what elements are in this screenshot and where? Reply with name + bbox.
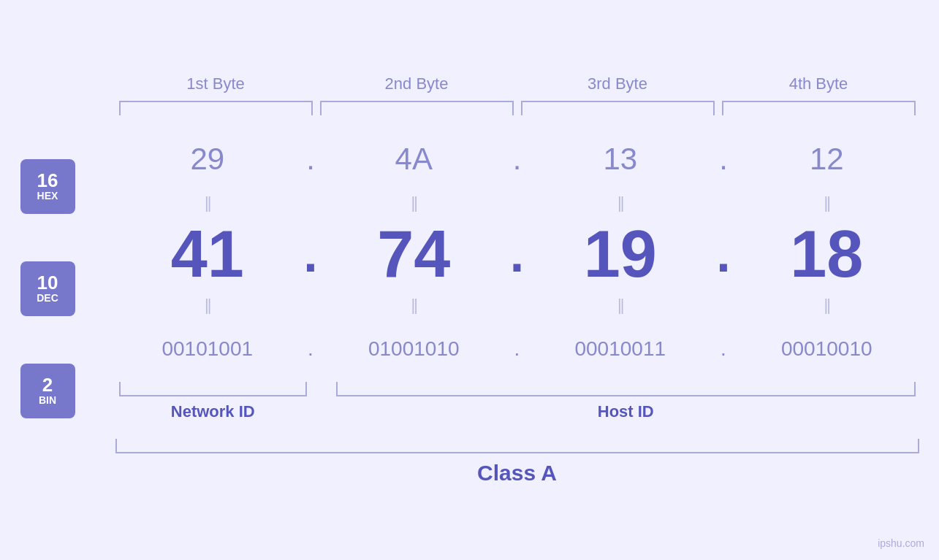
dec-dot-3: . [712, 229, 734, 280]
eq1-4: || [734, 193, 919, 212]
eq1-1: || [115, 193, 300, 212]
bin-base-name: BIN [39, 394, 56, 407]
top-brackets [115, 101, 919, 115]
dec-base-name: DEC [37, 292, 58, 304]
class-label: Class A [115, 461, 919, 486]
byte-header-4: 4th Byte [718, 74, 919, 93]
bin-badge: 2 BIN [20, 364, 75, 418]
hex-base-num: 16 [37, 171, 58, 190]
class-bracket [115, 439, 919, 453]
network-id-label: Network ID [171, 402, 255, 421]
dec-badge: 10 DEC [20, 261, 75, 316]
class-section: Class A [115, 439, 919, 486]
eq1-2: || [322, 193, 506, 212]
equals-row-1: || || || || [115, 188, 919, 218]
bin-dot-3: . [712, 337, 734, 361]
network-id-section: Network ID [115, 382, 311, 421]
watermark: ipshu.com [878, 537, 924, 549]
dec-byte-3: 19 [528, 221, 713, 287]
dec-base-num: 10 [37, 273, 58, 292]
dec-dot-2: . [506, 229, 528, 280]
hex-byte-2: 4A [322, 142, 506, 177]
byte-header-3: 3rd Byte [517, 74, 718, 93]
eq2-4: || [734, 296, 919, 315]
bin-dot-2: . [506, 337, 528, 361]
bracket-byte-1 [119, 101, 313, 115]
host-id-section: Host ID [332, 382, 919, 421]
hex-dot-3: . [712, 142, 734, 177]
hex-byte-1: 29 [115, 142, 300, 177]
eq2-2: || [322, 296, 506, 315]
dec-byte-4: 18 [734, 221, 919, 287]
main-content: 16 HEX 10 DEC 2 BIN 29 . [20, 130, 919, 426]
hex-badge: 16 HEX [20, 159, 75, 214]
hex-byte-4: 12 [734, 142, 919, 177]
base-labels-column: 16 HEX 10 DEC 2 BIN [20, 130, 115, 426]
hex-base-name: HEX [37, 190, 58, 202]
bracket-byte-3 [521, 101, 715, 115]
data-rows-column: 29 . 4A . 13 . 12 [115, 130, 919, 421]
host-id-bracket [336, 382, 916, 396]
hex-dot-1: . [300, 142, 322, 177]
bracket-byte-4 [722, 101, 916, 115]
eq2-3: || [528, 296, 713, 315]
byte-header-2: 2nd Byte [316, 74, 517, 93]
bin-byte-1: 00101001 [115, 337, 300, 361]
id-brackets-row: Network ID Host ID [115, 382, 919, 421]
hex-dot-2: . [506, 142, 528, 177]
bin-byte-2: 01001010 [322, 337, 506, 361]
bracket-byte-2 [320, 101, 514, 115]
dec-row: 41 . 74 . 19 . 18 [115, 218, 919, 291]
hex-row: 29 . 4A . 13 . 12 [115, 130, 919, 188]
bin-base-num: 2 [42, 375, 53, 394]
equals-row-2: || || || || [115, 291, 919, 320]
main-container: 1st Byte 2nd Byte 3rd Byte 4th Byte 16 H… [0, 0, 939, 560]
bin-byte-4: 00010010 [734, 337, 919, 361]
host-id-label: Host ID [598, 402, 654, 421]
bin-byte-3: 00010011 [528, 337, 713, 361]
bin-row: 00101001 . 01001010 . 00010011 . [115, 320, 919, 378]
hex-byte-3: 13 [528, 142, 713, 177]
network-id-bracket [119, 382, 308, 396]
bin-dot-1: . [300, 337, 322, 361]
eq2-1: || [115, 296, 300, 315]
dec-byte-1: 41 [115, 221, 300, 287]
byte-headers-row: 1st Byte 2nd Byte 3rd Byte 4th Byte [115, 74, 919, 93]
dec-dot-1: . [300, 229, 322, 280]
eq1-3: || [528, 193, 713, 212]
byte-header-1: 1st Byte [115, 74, 316, 93]
dec-byte-2: 74 [322, 221, 506, 287]
